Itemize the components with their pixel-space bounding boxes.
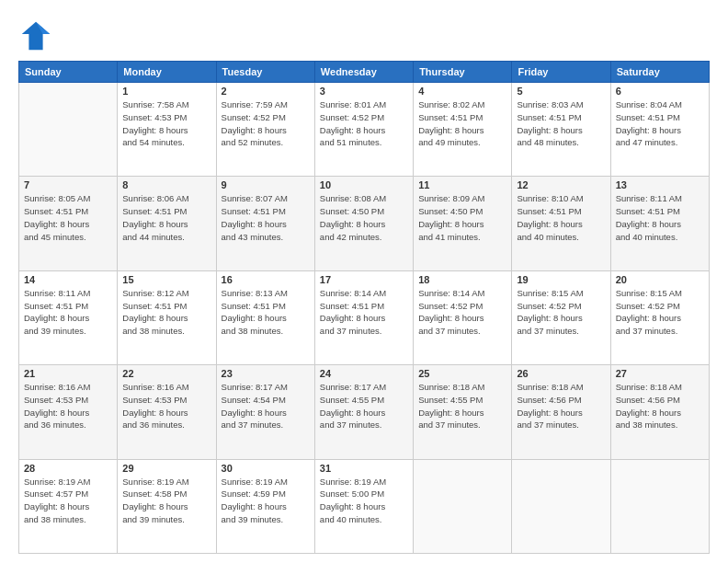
day-info: Sunrise: 8:05 AM Sunset: 4:51 PM Dayligh… (24, 192, 112, 243)
header-wednesday: Wednesday (314, 62, 413, 83)
page: SundayMondayTuesdayWednesdayThursdayFrid… (0, 0, 728, 563)
day-number: 1 (122, 86, 210, 97)
calendar-header-row: SundayMondayTuesdayWednesdayThursdayFrid… (19, 62, 710, 83)
header-friday: Friday (512, 62, 610, 83)
day-cell: 11Sunrise: 8:09 AM Sunset: 4:50 PM Dayli… (414, 177, 512, 270)
day-info: Sunrise: 8:19 AM Sunset: 4:57 PM Dayligh… (24, 476, 112, 526)
day-info: Sunrise: 8:17 AM Sunset: 4:54 PM Dayligh… (222, 381, 310, 431)
day-info: Sunrise: 8:16 AM Sunset: 4:53 PM Dayligh… (122, 381, 210, 431)
day-cell: 16Sunrise: 8:13 AM Sunset: 4:51 PM Dayli… (216, 270, 314, 364)
week-row-3: 14Sunrise: 8:11 AM Sunset: 4:51 PM Dayli… (19, 270, 710, 364)
day-info: Sunrise: 8:17 AM Sunset: 4:55 PM Dayligh… (320, 381, 408, 431)
day-cell: 18Sunrise: 8:14 AM Sunset: 4:52 PM Dayli… (414, 270, 512, 364)
day-info: Sunrise: 8:15 AM Sunset: 4:52 PM Dayligh… (616, 287, 704, 338)
day-cell: 23Sunrise: 8:17 AM Sunset: 4:54 PM Dayli… (216, 365, 314, 459)
week-row-1: 1Sunrise: 7:58 AM Sunset: 4:53 PM Daylig… (19, 83, 710, 177)
day-number: 15 (122, 274, 210, 285)
day-number: 22 (122, 368, 210, 379)
day-number: 2 (222, 86, 310, 97)
day-number: 19 (517, 274, 605, 285)
day-info: Sunrise: 8:11 AM Sunset: 4:51 PM Dayligh… (24, 287, 112, 338)
day-cell: 31Sunrise: 8:19 AM Sunset: 5:00 PM Dayli… (314, 459, 413, 553)
day-number: 7 (24, 179, 112, 190)
day-cell: 9Sunrise: 8:07 AM Sunset: 4:51 PM Daylig… (216, 177, 314, 270)
day-cell: 7Sunrise: 8:05 AM Sunset: 4:51 PM Daylig… (19, 177, 118, 270)
day-cell: 4Sunrise: 8:02 AM Sunset: 4:51 PM Daylig… (414, 83, 512, 177)
day-info: Sunrise: 8:04 AM Sunset: 4:51 PM Dayligh… (616, 98, 704, 149)
day-number: 29 (122, 463, 210, 474)
week-row-2: 7Sunrise: 8:05 AM Sunset: 4:51 PM Daylig… (19, 177, 710, 270)
day-number: 17 (320, 274, 408, 285)
day-cell: 13Sunrise: 8:11 AM Sunset: 4:51 PM Dayli… (610, 177, 709, 270)
day-cell: 5Sunrise: 8:03 AM Sunset: 4:51 PM Daylig… (512, 83, 610, 177)
week-row-5: 28Sunrise: 8:19 AM Sunset: 4:57 PM Dayli… (19, 459, 710, 553)
day-info: Sunrise: 8:12 AM Sunset: 4:51 PM Dayligh… (122, 287, 210, 338)
day-cell: 20Sunrise: 8:15 AM Sunset: 4:52 PM Dayli… (610, 270, 709, 364)
day-info: Sunrise: 8:07 AM Sunset: 4:51 PM Dayligh… (222, 192, 310, 243)
day-cell: 6Sunrise: 8:04 AM Sunset: 4:51 PM Daylig… (610, 83, 709, 177)
day-cell: 25Sunrise: 8:18 AM Sunset: 4:55 PM Dayli… (414, 365, 512, 459)
day-number: 10 (320, 179, 408, 190)
day-info: Sunrise: 7:59 AM Sunset: 4:52 PM Dayligh… (222, 98, 310, 149)
day-cell (512, 459, 610, 553)
day-number: 20 (616, 274, 704, 285)
day-number: 5 (517, 86, 605, 97)
header-monday: Monday (118, 62, 216, 83)
day-cell: 8Sunrise: 8:06 AM Sunset: 4:51 PM Daylig… (118, 177, 216, 270)
day-info: Sunrise: 8:16 AM Sunset: 4:53 PM Dayligh… (24, 381, 112, 431)
day-number: 28 (24, 463, 112, 474)
day-cell: 1Sunrise: 7:58 AM Sunset: 4:53 PM Daylig… (118, 83, 216, 177)
day-info: Sunrise: 8:13 AM Sunset: 4:51 PM Dayligh… (222, 287, 310, 338)
day-number: 13 (616, 179, 704, 190)
day-cell: 14Sunrise: 8:11 AM Sunset: 4:51 PM Dayli… (19, 270, 118, 364)
logo-icon (18, 18, 53, 53)
day-cell: 19Sunrise: 8:15 AM Sunset: 4:52 PM Dayli… (512, 270, 610, 364)
calendar: SundayMondayTuesdayWednesdayThursdayFrid… (18, 61, 710, 554)
day-info: Sunrise: 8:19 AM Sunset: 5:00 PM Dayligh… (320, 476, 408, 526)
day-number: 30 (222, 463, 310, 474)
header-tuesday: Tuesday (216, 62, 314, 83)
day-cell: 27Sunrise: 8:18 AM Sunset: 4:56 PM Dayli… (610, 365, 709, 459)
day-info: Sunrise: 7:58 AM Sunset: 4:53 PM Dayligh… (122, 98, 210, 149)
week-row-4: 21Sunrise: 8:16 AM Sunset: 4:53 PM Dayli… (19, 365, 710, 459)
day-number: 8 (122, 179, 210, 190)
logo (18, 18, 57, 53)
day-cell: 10Sunrise: 8:08 AM Sunset: 4:50 PM Dayli… (314, 177, 413, 270)
day-number: 16 (222, 274, 310, 285)
day-info: Sunrise: 8:14 AM Sunset: 4:51 PM Dayligh… (320, 287, 408, 338)
header-saturday: Saturday (610, 62, 709, 83)
day-number: 25 (418, 368, 506, 379)
day-number: 21 (24, 368, 112, 379)
header (18, 17, 710, 53)
day-info: Sunrise: 8:14 AM Sunset: 4:52 PM Dayligh… (418, 287, 506, 338)
day-number: 4 (418, 86, 506, 97)
day-cell: 29Sunrise: 8:19 AM Sunset: 4:58 PM Dayli… (118, 459, 216, 553)
day-info: Sunrise: 8:09 AM Sunset: 4:50 PM Dayligh… (418, 192, 506, 243)
day-cell: 28Sunrise: 8:19 AM Sunset: 4:57 PM Dayli… (19, 459, 118, 553)
day-cell: 22Sunrise: 8:16 AM Sunset: 4:53 PM Dayli… (118, 365, 216, 459)
day-number: 31 (320, 463, 408, 474)
day-cell: 12Sunrise: 8:10 AM Sunset: 4:51 PM Dayli… (512, 177, 610, 270)
day-cell (19, 83, 118, 177)
day-info: Sunrise: 8:18 AM Sunset: 4:56 PM Dayligh… (517, 381, 605, 431)
day-info: Sunrise: 8:02 AM Sunset: 4:51 PM Dayligh… (418, 98, 506, 149)
day-cell (610, 459, 709, 553)
day-number: 14 (24, 274, 112, 285)
day-info: Sunrise: 8:10 AM Sunset: 4:51 PM Dayligh… (517, 192, 605, 243)
day-info: Sunrise: 8:03 AM Sunset: 4:51 PM Dayligh… (517, 98, 605, 149)
header-thursday: Thursday (414, 62, 512, 83)
day-cell: 3Sunrise: 8:01 AM Sunset: 4:52 PM Daylig… (314, 83, 413, 177)
day-number: 3 (320, 86, 408, 97)
day-number: 18 (418, 274, 506, 285)
day-number: 12 (517, 179, 605, 190)
day-info: Sunrise: 8:19 AM Sunset: 4:58 PM Dayligh… (122, 476, 210, 526)
day-cell: 21Sunrise: 8:16 AM Sunset: 4:53 PM Dayli… (19, 365, 118, 459)
day-number: 6 (616, 86, 704, 97)
day-cell: 15Sunrise: 8:12 AM Sunset: 4:51 PM Dayli… (118, 270, 216, 364)
day-info: Sunrise: 8:18 AM Sunset: 4:56 PM Dayligh… (616, 381, 704, 431)
day-info: Sunrise: 8:01 AM Sunset: 4:52 PM Dayligh… (320, 98, 408, 149)
day-cell: 2Sunrise: 7:59 AM Sunset: 4:52 PM Daylig… (216, 83, 314, 177)
day-info: Sunrise: 8:15 AM Sunset: 4:52 PM Dayligh… (517, 287, 605, 338)
day-number: 9 (222, 179, 310, 190)
svg-marker-0 (22, 22, 50, 50)
